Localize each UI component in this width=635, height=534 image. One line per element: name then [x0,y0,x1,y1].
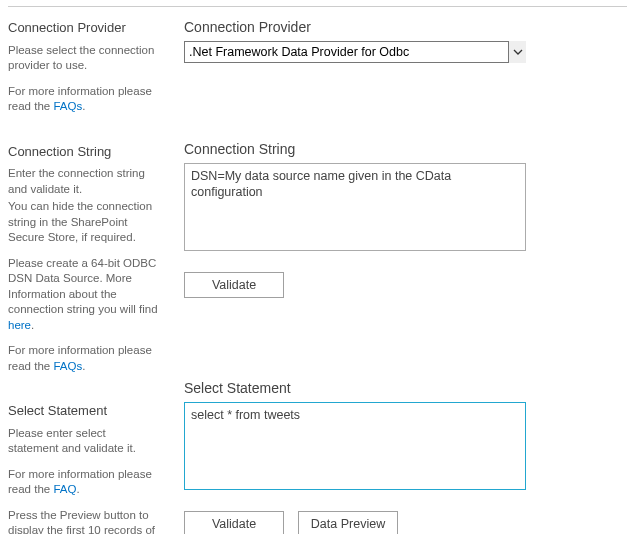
faqs-link-connection-provider[interactable]: FAQs [53,100,82,112]
help-text-cs-3: Please create a 64-bit ODBC DSN Data Sou… [8,256,158,334]
connection-provider-select[interactable]: .Net Framework Data Provider for Odbc [184,41,526,63]
help-text-ss-1: Please enter select statement and valida… [8,426,158,457]
connection-string-buttons: Validate [184,272,627,298]
help-more-select-statement: For more information please read the FAQ… [8,467,158,498]
data-preview-button[interactable]: Data Preview [298,511,398,534]
label-connection-string: Connection String [184,141,627,157]
spacer [184,298,627,380]
spacer [184,63,627,141]
help-title-select-statement: Select Statement [8,402,158,420]
left-help-column: Connection Provider Please select the co… [8,19,178,534]
help-title-connection-provider: Connection Provider [8,19,158,37]
help-text-ss-3: Press the Preview button to display the … [8,508,158,534]
right-form-column: Connection Provider .Net Framework Data … [178,19,627,534]
connection-provider-select-wrap: .Net Framework Data Provider for Odbc [184,41,526,63]
select-statement-input[interactable] [184,402,526,490]
help-more-prefix-ss: For more information please read the [8,468,152,496]
validate-connection-string-button[interactable]: Validate [184,272,284,298]
here-link-connection-string[interactable]: here [8,319,31,331]
connection-string-input[interactable] [184,163,526,251]
label-select-statement: Select Statement [184,380,627,396]
validate-select-statement-button[interactable]: Validate [184,511,284,534]
select-statement-buttons: Validate Data Preview [184,511,627,534]
help-more-connection-string: For more information please read the FAQ… [8,343,158,374]
faq-link-select-statement[interactable]: FAQ [53,483,76,495]
help-select-statement: Select Statement Please enter select sta… [8,402,158,534]
help-text-cs-1: Enter the connection string and validate… [8,166,158,197]
help-text-connection-provider: Please select the connection provider to… [8,43,158,74]
help-connection-provider: Connection Provider Please select the co… [8,19,158,115]
form-container: Connection Provider Please select the co… [0,7,635,534]
help-connection-string: Connection String Enter the connection s… [8,143,158,375]
help-text-cs-2: You can hide the connection string in th… [8,199,158,246]
faqs-link-connection-string[interactable]: FAQs [53,360,82,372]
help-cs3-prefix: Please create a 64-bit ODBC DSN Data Sou… [8,257,158,316]
help-more-connection-provider: For more information please read the FAQ… [8,84,158,115]
label-connection-provider: Connection Provider [184,19,627,35]
help-title-connection-string: Connection String [8,143,158,161]
